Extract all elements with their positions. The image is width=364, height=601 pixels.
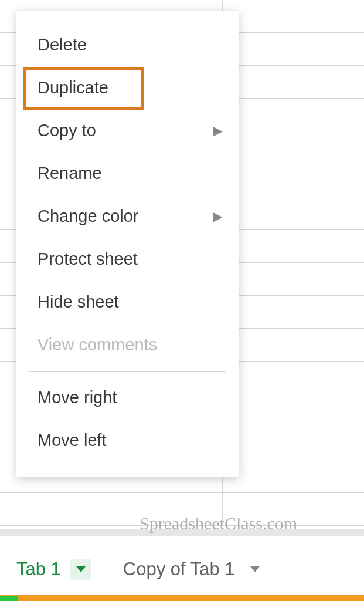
sheet-tab-active[interactable]: Tab 1: [0, 548, 107, 592]
sheet-tab-inactive[interactable]: Copy of Tab 1: [107, 548, 281, 592]
sheet-tabs-bar: Tab 1 Copy of Tab 1: [0, 536, 364, 601]
menu-item-delete[interactable]: Delete: [16, 23, 239, 66]
chevron-down-icon: [250, 566, 260, 572]
menu-item-label: Move left: [38, 431, 107, 450]
menu-item-label: View comments: [38, 335, 157, 354]
menu-item-label: Move right: [38, 388, 117, 407]
watermark: SpreadsheetClass.com: [140, 514, 297, 534]
menu-item-label: Change color: [38, 207, 139, 226]
chevron-right-icon: ▶: [213, 209, 223, 224]
menu-item-label: Delete: [38, 35, 87, 55]
sheet-tab-label: Tab 1: [16, 559, 61, 580]
menu-item-move-left[interactable]: Move left: [16, 419, 239, 462]
menu-item-change-color[interactable]: Change color ▶: [16, 195, 239, 238]
chevron-right-icon: ▶: [213, 123, 223, 139]
menu-item-move-right[interactable]: Move right: [16, 376, 239, 419]
menu-item-label: Hide sheet: [38, 292, 119, 312]
chevron-down-icon: [76, 566, 86, 572]
sheet-tab-context-menu: Delete Duplicate Copy to ▶ Rename Change…: [16, 11, 239, 477]
sheet-tab-label: Copy of Tab 1: [123, 559, 235, 580]
menu-item-duplicate[interactable]: Duplicate: [16, 66, 239, 109]
sheet-tab-dropdown-button[interactable]: [70, 559, 91, 580]
menu-item-view-comments: View comments: [16, 323, 239, 366]
menu-item-rename[interactable]: Rename: [16, 152, 239, 195]
menu-item-copy-to[interactable]: Copy to ▶: [16, 109, 239, 152]
menu-item-protect-sheet[interactable]: Protect sheet: [16, 238, 239, 281]
tab-underline-bar: [0, 595, 364, 601]
menu-item-label: Duplicate: [38, 78, 108, 97]
menu-item-label: Protect sheet: [38, 249, 138, 269]
menu-item-label: Rename: [38, 164, 102, 183]
tab-underline-active: [0, 596, 18, 601]
sheet-tab-dropdown-button[interactable]: [244, 559, 266, 580]
menu-item-hide-sheet[interactable]: Hide sheet: [16, 281, 239, 323]
menu-item-label: Copy to: [38, 121, 96, 140]
menu-divider: [29, 371, 226, 372]
grid-cell[interactable]: [0, 493, 64, 525]
